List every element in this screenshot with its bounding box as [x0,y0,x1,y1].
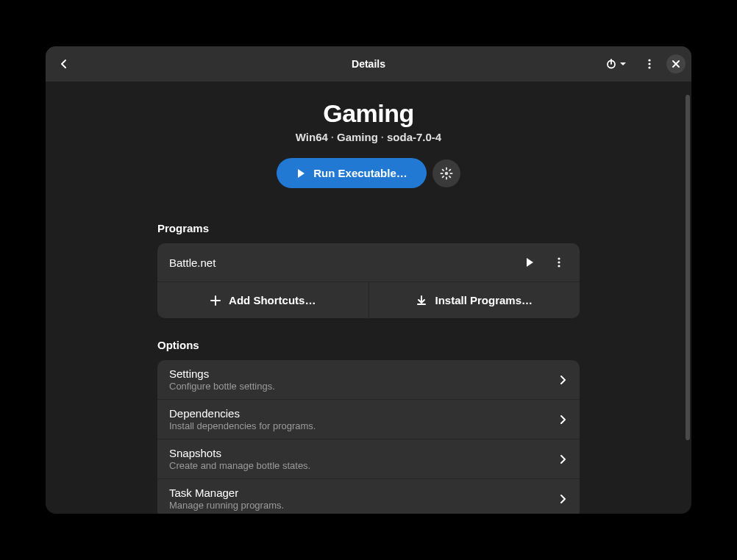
option-snapshots[interactable]: Snapshots Create and manage bottle state… [157,439,580,479]
option-text: Settings Configure bottle settings. [169,367,558,392]
option-subtitle: Install dependencies for programs. [169,420,558,431]
install-programs-button[interactable]: Install Programs… [369,282,580,318]
programs-section-title: Programs [157,222,580,234]
programs-actions-row: Add Shortcuts… Install Programs… [157,282,580,318]
options-card: Settings Configure bottle settings. Depe… [157,360,580,514]
bottle-name: Gaming [46,99,691,128]
option-settings[interactable]: Settings Configure bottle settings. [157,360,580,400]
option-task-manager[interactable]: Task Manager Manage running programs. [157,479,580,514]
plus-icon [210,295,221,306]
svg-point-2 [648,59,650,61]
program-name: Battle.net [169,256,521,269]
back-button[interactable] [51,51,76,76]
option-title: Settings [169,367,558,380]
run-button-label: Run Executable… [313,167,407,179]
power-menu-button[interactable] [599,54,633,74]
program-menu-button[interactable] [550,254,568,271]
svg-point-6 [558,257,560,259]
download-icon [416,295,427,306]
play-icon [524,256,535,268]
chevron-right-icon [558,494,568,504]
content-area: Gaming Win64·Gaming·soda-7.0-4 Run Execu… [46,82,691,514]
kebab-icon [644,58,655,70]
add-shortcuts-button[interactable]: Add Shortcuts… [157,282,369,318]
chevron-right-icon [558,454,568,464]
svg-point-4 [648,66,650,68]
chevron-right-icon [558,375,568,385]
bottle-header: Gaming Win64·Gaming·soda-7.0-4 Run Execu… [46,82,691,201]
separator-dot: · [331,131,334,143]
run-row: Run Executable… [46,158,691,188]
separator-dot: · [381,131,384,143]
option-dependencies[interactable]: Dependencies Install dependencies for pr… [157,400,580,439]
option-title: Dependencies [169,407,558,420]
bottle-environment: Gaming [337,131,378,143]
programs-section: Programs Battle.net [157,222,580,514]
main-menu-button[interactable] [637,51,662,76]
option-text: Task Manager Manage running programs. [169,487,558,511]
window-title: Details [352,58,385,70]
play-icon [296,168,306,179]
run-settings-button[interactable] [432,159,460,187]
chevron-down-icon [619,60,627,68]
options-section-title: Options [157,339,580,351]
gear-icon [440,167,453,180]
bottle-meta: Win64·Gaming·soda-7.0-4 [46,131,691,143]
power-icon [605,58,617,70]
bottle-arch: Win64 [296,131,328,143]
program-actions [521,254,568,271]
option-subtitle: Configure bottle settings. [169,381,558,392]
run-executable-button[interactable]: Run Executable… [277,158,427,188]
svg-point-3 [648,62,650,65]
option-text: Dependencies Install dependencies for pr… [169,407,558,431]
option-text: Snapshots Create and manage bottle state… [169,447,558,471]
kebab-icon [553,256,565,268]
programs-card: Battle.net Add Shortcuts… [157,243,580,318]
svg-point-5 [444,171,448,175]
option-subtitle: Create and manage bottle states. [169,460,558,471]
close-button[interactable] [666,54,686,73]
close-icon [672,60,680,68]
program-row[interactable]: Battle.net [157,243,580,282]
chevron-left-icon [58,58,70,70]
scrollbar[interactable] [686,95,690,440]
app-window: Details Gaming Win64·Gaming·soda-7.0-4 [46,46,691,514]
titlebar-right [599,51,686,76]
titlebar: Details [46,46,691,82]
install-programs-label: Install Programs… [435,294,533,306]
svg-point-7 [558,261,560,263]
option-title: Snapshots [169,447,558,459]
add-shortcuts-label: Add Shortcuts… [229,294,316,306]
option-title: Task Manager [169,487,558,499]
program-play-button[interactable] [521,254,538,271]
option-subtitle: Manage running programs. [169,500,558,511]
chevron-right-icon [558,414,568,425]
bottle-runner: soda-7.0-4 [387,131,441,143]
svg-point-8 [558,265,560,267]
